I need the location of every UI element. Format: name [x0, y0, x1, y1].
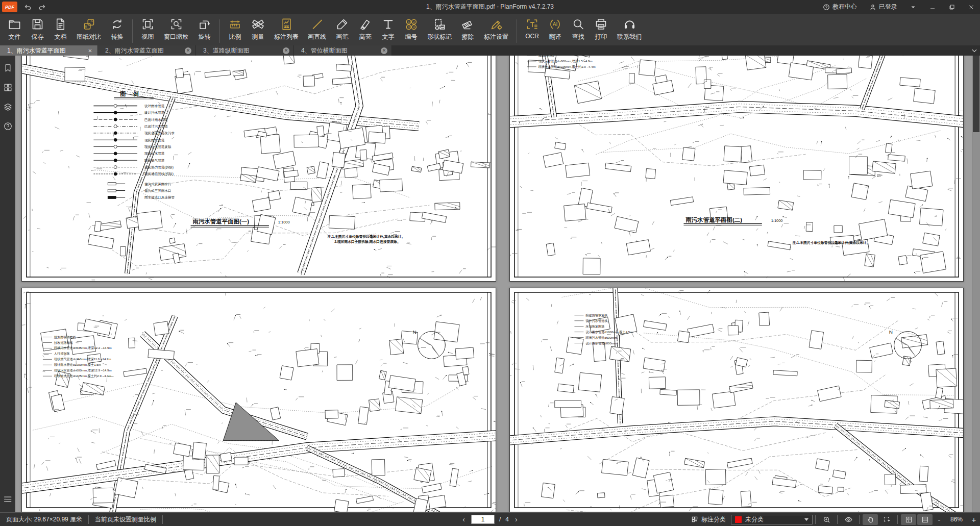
restore-button[interactable]: [943, 0, 961, 14]
svg-text:人行道拆除: 人行道拆除: [54, 352, 70, 356]
eraser-button[interactable]: 擦除: [456, 15, 479, 41]
scale-button[interactable]: 比例: [224, 15, 247, 41]
translate-icon: AI: [548, 17, 562, 31]
thumbnails-icon[interactable]: [2, 81, 14, 93]
help-center-button[interactable]: 教程中心: [818, 0, 862, 14]
shape-mark-button[interactable]: 形状标记: [423, 15, 456, 41]
tab-close-icon[interactable]: ✕: [87, 47, 93, 54]
toolbar-divider: [219, 19, 220, 43]
window-zoom-button[interactable]: 窗口缩放: [159, 15, 193, 41]
print-button[interactable]: 打印: [590, 15, 612, 41]
annotation-list-button[interactable]: 标注列表: [270, 15, 303, 41]
svg-text:现状给水管道dn225mm,覆土约2.9 ~4.4m: 现状给水管道dn225mm,覆土约2.9 ~4.4m: [538, 65, 596, 69]
folder-button[interactable]: 文件: [3, 15, 26, 41]
zoom-area-icon[interactable]: [819, 514, 834, 525]
svg-text:设计雨水管道d1000mm,覆土4.5m: 设计雨水管道d1000mm,覆土4.5m: [585, 330, 632, 334]
page-number-input[interactable]: [471, 515, 495, 524]
view-icon: [141, 17, 155, 31]
tab-label: 3、道路纵断面图: [203, 46, 280, 55]
rotate-button[interactable]: 旋转: [193, 15, 216, 41]
toolbar-group: 视图窗口缩放旋转: [136, 15, 216, 44]
toolbar-item-label: 窗口缩放: [164, 33, 188, 41]
headset-button[interactable]: 联系我们: [612, 15, 646, 41]
tab-close-icon[interactable]: ✕: [381, 47, 387, 54]
svg-text:技改道路辅线: 技改道路辅线: [54, 341, 73, 345]
layers-icon[interactable]: [2, 101, 14, 113]
tab-close-icon[interactable]: ✕: [185, 47, 191, 54]
document-tab-3[interactable]: 3、道路纵断面图✕: [196, 45, 294, 56]
svg-text:现状雨水管道: 现状雨水管道: [144, 138, 165, 142]
user-icon: [869, 4, 876, 11]
translate-button[interactable]: AI翻译: [544, 15, 567, 41]
view-button[interactable]: 视图: [136, 15, 159, 41]
document-canvas[interactable]: 图 例设计雨水管道设计污水管道已设计雨水管道已设计污水管道现状合流管道改污水现状…: [15, 56, 972, 512]
measure-scale-hint[interactable]: 当前页未设置测量比例: [89, 515, 163, 524]
measure-button[interactable]: 测量: [247, 15, 270, 41]
title-bar: PDF 1、雨污水管道平面图.pdf - PlanForm v4.7.2.73 …: [0, 0, 980, 14]
compare-button[interactable]: AB图纸对比: [72, 15, 106, 41]
visibility-eye-icon[interactable]: [841, 514, 856, 525]
highlight-button[interactable]: 高亮: [354, 15, 377, 41]
close-button[interactable]: [963, 0, 980, 14]
login-status-button[interactable]: 已登录: [864, 0, 902, 14]
save-button[interactable]: 保存: [26, 15, 49, 41]
menu-dropdown-icon[interactable]: [904, 0, 922, 14]
numbering-button[interactable]: 1234编号: [400, 15, 423, 41]
svg-text:图 例: 图 例: [120, 91, 142, 97]
line-icon: [310, 17, 324, 31]
zoom-in-button[interactable]: +: [968, 515, 980, 524]
ocr-button[interactable]: OCR: [521, 15, 544, 40]
scrollbar-thumb[interactable]: [973, 56, 979, 132]
svg-text:现状热力管道(拆除): 现状热力管道(拆除): [144, 165, 174, 169]
text-button[interactable]: 文字: [377, 15, 400, 41]
bookmark-icon[interactable]: [2, 62, 14, 74]
page-3: N规划雨明渠布线技改道路辅线现状污水管道dn535mm,埋深12.2 ~14.9…: [21, 288, 496, 512]
toolbar-item-label: 图纸对比: [77, 33, 101, 41]
search-button[interactable]: 查找: [567, 15, 590, 41]
svg-text:现状合流管道废除: 现状合流管道废除: [144, 145, 172, 149]
zoom-level: 86%: [945, 516, 968, 523]
svg-text:设计雨水管道d1000mm,覆土1.5m: 设计雨水管道d1000mm,覆土1.5m: [54, 363, 101, 367]
toolbar-group: OCRAI翻译查找打印联系我们: [521, 15, 646, 44]
page-4: N拟建围墙恢复线设计污水管道线压顶恢复围墙设计雨水管道d1000mm,覆土4.5…: [509, 288, 964, 512]
convert-button[interactable]: 转换: [106, 15, 129, 41]
toolbar-item-label: 擦除: [462, 33, 474, 41]
document-button[interactable]: 文档: [49, 15, 72, 41]
select-rect-tool[interactable]: [879, 514, 894, 525]
text-icon: [381, 17, 395, 31]
svg-text:设计雨水管道: 设计雨水管道: [144, 104, 165, 108]
eraser-icon: [461, 17, 475, 31]
document-tab-4[interactable]: 4、管位横断面图✕: [294, 45, 392, 56]
facing-pages-view-button[interactable]: [901, 514, 916, 525]
next-page-button[interactable]: ›: [513, 515, 519, 523]
pen-icon: [335, 17, 349, 31]
zoom-out-button[interactable]: -: [933, 515, 945, 524]
measure-icon: [251, 17, 265, 31]
svg-text:已设计雨水管道: 已设计雨水管道: [144, 118, 168, 122]
annotation-class-select[interactable]: 未分类: [731, 515, 813, 524]
svg-text:雨污水管道平面图(一): 雨污水管道平面图(一): [192, 218, 250, 224]
pen-button[interactable]: 画笔: [331, 15, 354, 41]
list-panel-icon[interactable]: [2, 493, 14, 505]
annotation-settings-button[interactable]: 标注设置: [479, 15, 513, 41]
minimize-button[interactable]: [924, 0, 941, 14]
tab-close-icon[interactable]: ✕: [283, 47, 289, 54]
help-icon[interactable]: [2, 120, 14, 132]
document-tab-1[interactable]: 1、雨污水管道平面图✕: [0, 45, 98, 56]
undo-icon[interactable]: [21, 2, 34, 12]
toolbar-item-label: 编号: [405, 33, 418, 41]
redo-icon[interactable]: [36, 2, 48, 12]
document-tab-2[interactable]: 2、雨污水管道立面图✕: [98, 45, 196, 56]
hand-pan-tool[interactable]: [863, 514, 878, 525]
tab-overflow-chevron-icon[interactable]: [971, 45, 978, 56]
continuous-scroll-view-button[interactable]: [917, 514, 933, 525]
vertical-scrollbar[interactable]: [972, 56, 980, 512]
toolbar-item-label: 保存: [32, 33, 44, 41]
annotation-class-button[interactable]: 标注分类: [691, 515, 726, 524]
rotate-icon: [198, 17, 211, 31]
prev-page-button[interactable]: ‹: [461, 515, 467, 523]
svg-text:现状污水管道dn600mm,埋深1.5 ~4.9m: 现状污水管道dn600mm,埋深1.5 ~4.9m: [538, 59, 593, 63]
search-icon: [571, 17, 585, 31]
line-button[interactable]: 画直线: [303, 15, 331, 41]
page-separator: /: [499, 516, 501, 523]
